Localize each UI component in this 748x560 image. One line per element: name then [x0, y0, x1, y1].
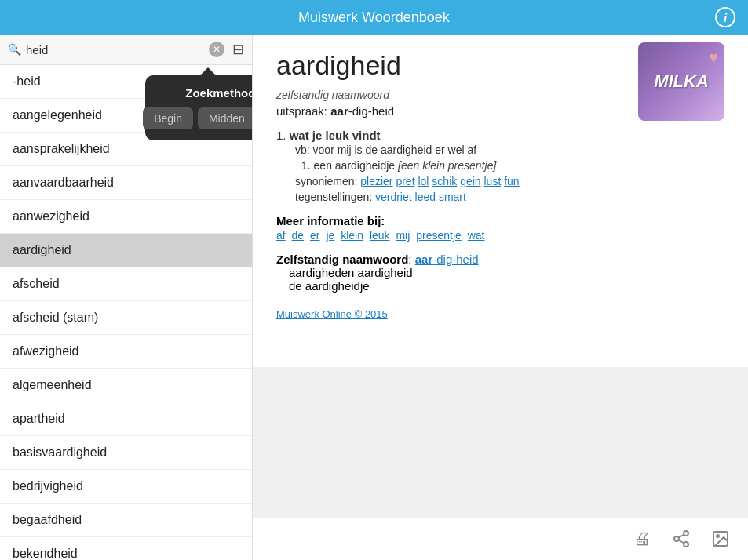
sub-def: 1. een aardigheidje [een klein presentje… — [301, 159, 724, 172]
svg-point-6 — [717, 535, 719, 537]
image-icon[interactable] — [709, 527, 732, 551]
milka-image: ♥ MILKA — [638, 42, 724, 121]
info-link[interactable]: klein — [341, 229, 363, 242]
search-icon: 🔍 — [8, 43, 21, 56]
synonyms-line: synoniemen: plezier pret lol schik gein … — [295, 175, 724, 187]
svg-line-4 — [679, 535, 684, 538]
list-item[interactable]: bedrijvigheid — [0, 470, 252, 504]
clear-icon[interactable]: ✕ — [209, 42, 224, 57]
opposite-link[interactable]: smart — [439, 191, 466, 203]
synonym-link[interactable]: gein — [460, 175, 480, 187]
list-item[interactable]: apartheid — [0, 402, 252, 436]
list-item[interactable]: afscheid — [0, 267, 252, 301]
zoekmethode-title: Zoekmethode — [158, 86, 253, 100]
meer-info-title: Meer informatie bij: — [276, 214, 724, 227]
zb-form: de aardigheidje — [289, 279, 724, 293]
synonym-link[interactable]: plezier — [360, 175, 392, 187]
content-wrapper: ♥ MILKA aardigheid zelfstandig naamwoord… — [253, 35, 748, 560]
opposites-line: tegenstellingen: verdriet leed smart — [295, 191, 724, 203]
sidebar: 🔍 ✕ ⊟ Zoekmethode Begin Midden Eind -hei… — [0, 35, 253, 560]
def-title: wat je leuk vindt — [290, 129, 381, 142]
synonym-link[interactable]: fun — [504, 175, 519, 187]
synonym-link[interactable]: lust — [484, 175, 502, 187]
list-item-active[interactable]: aardigheid — [0, 234, 252, 267]
search-bar: 🔍 ✕ ⊟ — [0, 35, 252, 65]
list-item[interactable]: aanvaardbaarheid — [0, 166, 252, 200]
synonym-link[interactable]: schik — [432, 175, 457, 187]
pronunciation-label: uitspraak: — [276, 104, 330, 118]
list-item[interactable]: bekendheid — [0, 537, 252, 560]
info-link[interactable]: je — [326, 229, 334, 242]
footer: 🖨 — [253, 517, 748, 560]
pronunciation-bold: aar — [330, 104, 348, 118]
def-example: vb: voor mij is de aardigheid er wel af — [295, 144, 724, 156]
sub-def-italic: [een klein presentje] — [398, 159, 496, 172]
search-input[interactable] — [26, 43, 204, 56]
meer-info-links: af de er je klein leuk mij presentje wat — [276, 229, 724, 242]
svg-point-0 — [684, 531, 688, 536]
meer-info-block: Meer informatie bij: af de er je klein l… — [276, 214, 724, 242]
info-link[interactable]: mij — [396, 229, 410, 242]
info-link[interactable]: wat — [468, 229, 485, 242]
svg-line-3 — [679, 540, 684, 544]
zb-title: Zelfstandig naamwoord — [276, 253, 408, 266]
zoekmethode-begin-button[interactable]: Begin — [143, 107, 193, 129]
svg-point-1 — [674, 536, 679, 541]
app-title: Muiswerk Woordenboek — [298, 9, 450, 26]
zoekmethode-midden-button[interactable]: Midden — [198, 107, 253, 129]
info-link[interactable]: presentje — [416, 229, 462, 242]
synonym-link[interactable]: lol — [418, 175, 429, 187]
svg-point-2 — [684, 542, 688, 547]
def-number: 1. wat je leuk vindt — [276, 129, 724, 142]
list-item[interactable]: begaafdheid — [0, 504, 252, 537]
list-item[interactable]: afscheid (stam) — [0, 301, 252, 335]
info-link[interactable]: leuk — [370, 229, 390, 242]
pronunciation-rest: -dig-heid — [348, 104, 394, 118]
main-layout: 🔍 ✕ ⊟ Zoekmethode Begin Midden Eind -hei… — [0, 35, 748, 560]
synonym-link[interactable]: pret — [396, 175, 414, 187]
copyright[interactable]: Muiswerk Online © 2015 — [276, 308, 724, 320]
opposite-link[interactable]: leed — [415, 191, 436, 203]
share-icon[interactable] — [670, 527, 693, 551]
filter-icon[interactable]: ⊟ — [232, 41, 244, 58]
app-header: Muiswerk Woordenboek i — [0, 0, 748, 35]
print-icon[interactable]: 🖨 — [630, 527, 654, 551]
list-item[interactable]: aanwezigheid — [0, 200, 252, 234]
sub-def-text: een aardigheidje — [314, 159, 396, 172]
zelfstandig-block: Zelfstandig naamwoord: aar-dig-heid aard… — [276, 253, 724, 293]
zb-form: aardigheden aardigheid — [289, 266, 724, 279]
zoekmethode-buttons: Begin Midden Eind — [158, 107, 253, 129]
zoekmethode-popup: Zoekmethode Begin Midden Eind — [145, 75, 253, 140]
zb-morphology: aar-dig-heid — [415, 253, 479, 266]
info-link[interactable]: de — [292, 229, 305, 242]
list-item[interactable]: basisvaardigheid — [0, 436, 252, 470]
list-item[interactable]: afwezigheid — [0, 335, 252, 369]
info-link[interactable]: af — [276, 229, 286, 242]
info-link[interactable]: er — [310, 229, 319, 242]
content-area: ♥ MILKA aardigheid zelfstandig naamwoord… — [253, 35, 748, 367]
info-icon[interactable]: i — [715, 7, 735, 27]
opposite-link[interactable]: verdriet — [375, 191, 412, 203]
zb-separator: : — [408, 253, 414, 266]
definition-block: 1. wat je leuk vindt vb: voor mij is de … — [276, 129, 724, 203]
list-item[interactable]: algemeenheid — [0, 369, 252, 402]
